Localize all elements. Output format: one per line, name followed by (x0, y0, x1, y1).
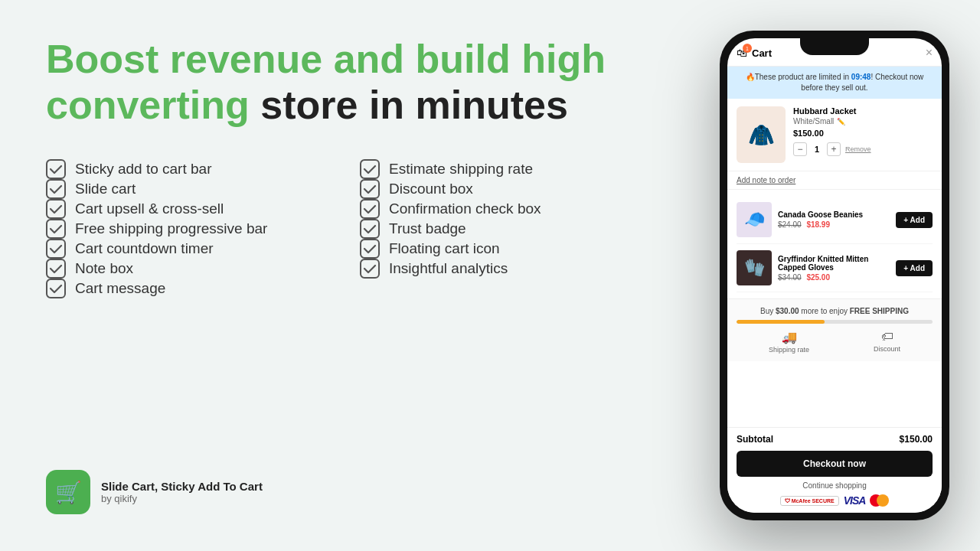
upsell-item-prices: $24.00 $18.99 (778, 220, 890, 229)
upsell-new-price: $18.99 (806, 220, 830, 229)
upsell-add-button[interactable]: + Add (896, 212, 933, 228)
free-shipping-bar: Buy $30.00 more to enjoy FREE SHIPPING 🚚… (727, 298, 942, 361)
features-grid: Sticky add to cart bar Slide cart Cart u… (46, 159, 643, 298)
upsell-item-details: Canada Goose Beanies $24.00 $18.99 (778, 210, 890, 229)
feature-item: Note box (46, 259, 329, 279)
phone-screen: 🛍 1 Cart × 🔥These product are limited in… (727, 38, 942, 513)
check-icon (360, 179, 380, 199)
feature-item: Cart upsell & cross-sell (46, 199, 329, 219)
shipping-rate-icon-item: 🚚 Shipping rate (769, 330, 809, 354)
feature-item: Estimate shipping rate (360, 159, 643, 179)
feature-item: Floating cart icon (360, 239, 643, 259)
upsell-item-name: Canada Goose Beanies (778, 210, 890, 219)
headline: Boost revenue and build high converting … (46, 37, 643, 129)
upsell-old-price: $34.00 (778, 273, 802, 282)
cart-footer: Subtotal $150.00 Checkout now Continue s… (727, 427, 942, 513)
freeship-middle: more to enjoy (799, 307, 850, 315)
freeship-emphasis: FREE SHIPPING (850, 307, 909, 315)
feature-label: Insightful analytics (389, 260, 508, 277)
cart-item-image: 🧥 (737, 106, 786, 163)
features-left-col: Sticky add to cart bar Slide cart Cart u… (46, 159, 329, 298)
check-icon (46, 259, 66, 279)
remove-item-link[interactable]: Remove (845, 145, 871, 153)
cart-item-details: Hubbard Jacket White/Small ✏️ $150.00 − … (793, 106, 933, 163)
variant-text: White/Small (793, 117, 834, 126)
upsell-item-name: Gryffindor Knitted Mitten Capped Gloves (778, 255, 890, 272)
check-icon (360, 159, 380, 179)
svg-rect-6 (47, 279, 65, 298)
phone-notch (800, 38, 869, 55)
svg-rect-2 (47, 200, 65, 218)
feature-item: Trust badge (360, 219, 643, 239)
svg-rect-7 (361, 160, 379, 178)
urgency-bar: 🔥These product are limited in 09:48! Che… (727, 67, 942, 99)
left-panel: Boost revenue and build high converting … (0, 0, 689, 551)
app-by: by qikify (101, 493, 263, 504)
edit-icon[interactable]: ✏️ (837, 118, 845, 126)
cart-close-button[interactable]: × (926, 46, 933, 60)
upsell-old-price: $24.00 (778, 220, 802, 229)
progress-bar-track (737, 320, 933, 324)
svg-rect-10 (361, 220, 379, 238)
freeship-prefix: Buy (760, 307, 776, 315)
check-icon (360, 199, 380, 219)
freeship-amount: $30.00 (776, 307, 799, 315)
cart-badge: 1 (743, 44, 752, 53)
svg-rect-9 (361, 200, 379, 218)
upsell-new-price: $25.00 (806, 273, 830, 282)
svg-rect-5 (47, 259, 65, 278)
qty-increase-button[interactable]: + (827, 142, 841, 156)
cart-item-price: $150.00 (793, 129, 933, 138)
check-icon (360, 239, 380, 259)
check-icon (46, 279, 66, 298)
subtotal-row: Subtotal $150.00 (737, 434, 933, 445)
cart-bag-icon: 🛍 1 (737, 47, 747, 59)
qty-decrease-button[interactable]: − (793, 142, 807, 156)
app-icon: 🛒 (46, 470, 90, 514)
cart-qty-row: − 1 + Remove (793, 142, 933, 156)
checkout-button[interactable]: Checkout now (737, 451, 933, 477)
right-panel: 🛍 1 Cart × 🔥These product are limited in… (689, 0, 980, 551)
feature-label: Estimate shipping rate (389, 161, 533, 178)
feature-label: Cart message (75, 280, 165, 297)
headline-green2: converting (46, 83, 250, 127)
feature-label: Slide cart (75, 181, 136, 197)
cart-item-variant: White/Small ✏️ (793, 117, 933, 126)
upsell-item-details: Gryffindor Knitted Mitten Capped Gloves … (778, 255, 890, 282)
feature-item: Free shipping progressive bar (46, 219, 329, 239)
add-note-link[interactable]: Add note to order (727, 171, 942, 190)
feature-item: Discount box (360, 179, 643, 199)
truck-icon: 🚚 (782, 330, 797, 344)
phone-mockup: 🛍 1 Cart × 🔥These product are limited in… (720, 31, 949, 520)
feature-label: Note box (75, 260, 133, 277)
upsell-add-button[interactable]: + Add (896, 260, 933, 276)
feature-label: Trust badge (389, 220, 466, 237)
app-badge: 🛒 Slide Cart, Sticky Add To Cart by qiki… (46, 470, 643, 514)
subtotal-label: Subtotal (737, 434, 773, 445)
svg-rect-3 (47, 220, 65, 238)
feature-label: Cart upsell & cross-sell (75, 201, 224, 217)
check-icon (46, 179, 66, 199)
feature-label: Sticky add to cart bar (75, 161, 211, 178)
cart-main-item: 🧥 Hubbard Jacket White/Small ✏️ $150.00 … (727, 99, 942, 171)
feature-item: Cart message (46, 279, 329, 298)
upsell-section: 🧢 Canada Goose Beanies $24.00 $18.99 + A… (727, 190, 942, 298)
urgency-timer: 09:48 (851, 73, 871, 81)
ship-rate-label: Shipping rate (769, 346, 809, 354)
feature-item: Sticky add to cart bar (46, 159, 329, 179)
upsell-item: 🧤 Gryffindor Knitted Mitten Capped Glove… (737, 244, 933, 292)
continue-shopping-link[interactable]: Continue shopping (737, 481, 933, 490)
feature-item: Slide cart (46, 179, 329, 199)
svg-rect-0 (47, 160, 65, 178)
check-icon (360, 259, 380, 279)
feature-item: Confirmation check box (360, 199, 643, 219)
trust-badges: 🛡McAfee SECURE VISA (737, 494, 933, 507)
upsell-item-prices: $34.00 $25.00 (778, 273, 890, 282)
subtotal-amount: $150.00 (900, 434, 933, 445)
discount-icon: 🏷 (881, 330, 893, 344)
upsell-item-image: 🧢 (737, 202, 772, 237)
cart-item-name: Hubbard Jacket (793, 106, 933, 116)
mastercard-badge (870, 494, 889, 507)
svg-rect-4 (47, 240, 65, 258)
feature-label: Confirmation check box (389, 201, 541, 217)
